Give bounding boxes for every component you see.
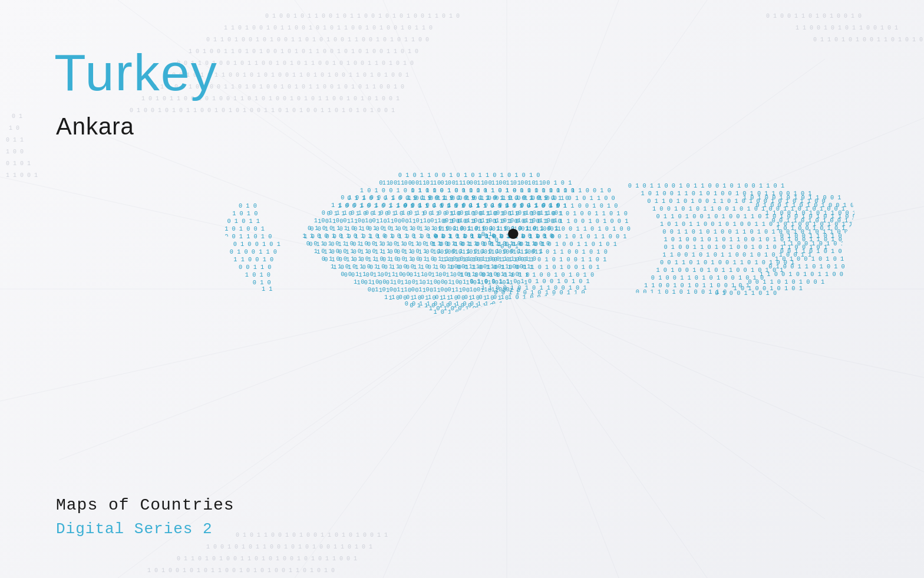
svg-text:1 0 1 0 0 1 0 1 0 1 1: 1 0 1 0 0 1 0 1 0 1 1: [429, 305, 506, 312]
svg-text:1 0: 1 0: [9, 125, 19, 132]
svg-text:0 0 1 1 0: 0 0 1 1 0: [239, 264, 272, 271]
svg-text:1 1 0 0 1 0: 1 1 0 0 1 0: [233, 256, 273, 263]
svg-text:1 1 0 0 1 0 1 0 1 1 0 0 1 0 1: 1 1 0 0 1 0 1 0 1 1 0 0 1 0 1: [796, 25, 898, 31]
svg-text:1 0 1 0 0 1 0 1 0 1 1 0 0 1: 1 0 1 0 0 1 0 1 0 1 1 0 0 1: [743, 194, 842, 201]
svg-text:0 1 0 0 1 1 0 1 0 1 0 0 1 0 1: 0 1 0 0 1 1 0 1 0 1 0 0 1 0 1: [756, 202, 861, 209]
svg-text:0 1 1 0 1 0 1 0 0 1 1 0 1 0 1 : 0 1 1 0 1 0 1 0 0 1 1 0 1 0 1 0: [813, 37, 923, 43]
svg-text:1 0 1 0 0 1 1 0 1 0 1 0 0 1 0 : 1 0 1 0 0 1 1 0 1 0 1 0 0 1 0 1 0 1 1 0 …: [189, 48, 418, 55]
page: 0 1 0 0 1 0 1 1 0 0 1 0 1 1 0 0 1 0 1 0 …: [0, 0, 924, 578]
svg-text:0 0 1 1: 0 0 1 1: [563, 303, 588, 310]
svg-text:0 1 1 0 1 0 1 0 0 1 1 0 1 0 1 : 0 1 1 0 1 0 1 0 0 1 1 0 1 0 1 0 0 1 0 1 …: [177, 556, 357, 562]
svg-text:1 1 0 0 1 0 1 0 1 1 0 0: 1 1 0 0 1 0 1 0 1 1 0 0: [760, 271, 843, 278]
country-title: Turkey: [54, 42, 218, 103]
svg-text:1 0 1 0 0 1 0 1: 1 0 1 0 0 1 0 1: [226, 241, 280, 248]
svg-text:0 1 0: 0 1 0: [239, 202, 257, 209]
svg-text:1 0: 1 0: [582, 304, 593, 311]
map-container: 0 1 1 0 0 0 1 0 1 0 1 0 0 1 1 0 1 0 1 0 …: [153, 124, 860, 431]
svg-text:0 0 1 1 0 1 0 1 0 0 1 1 0: 0 0 1 1 0 1 0 1 0 0 1 1 0: [636, 288, 727, 295]
svg-text:1 0 1 0 0 1 0 1 0 1 1 0 0 1: 1 0 1 0 0 1 0 1 0 1 1 0 0 1: [775, 255, 860, 262]
svg-text:1 0 0: 1 0 0: [6, 149, 24, 155]
svg-text:0 0 1 1 0 1 0 1 0 0 1 1 0 1 0: 0 0 1 1 0 1 0 1 0 0 1 1 0 1 0: [780, 248, 860, 255]
svg-text:1 1: 1 1: [262, 285, 273, 293]
svg-text:1 0 1 0: 1 0 1 0: [232, 210, 258, 217]
capital-subtitle: Ankara: [56, 113, 134, 140]
svg-text:0 0 1 1 0 1 0: 0 0 1 1 0 1 0: [225, 233, 272, 240]
series-name: Digital Series 2: [56, 520, 213, 538]
svg-text:1 0 0 1 0 1 0 1 1 0 0 1 0 1 0 : 1 0 0 1 0 1 0 1 1 0 0 1 0 1 0 1 0 0 1 1 …: [206, 544, 372, 550]
svg-text:1 0 1 0 0 1 0 1 0 1 1 0 0 1 0 : 1 0 1 0 0 1 0 1 0 1 1 0 0 1 0 1 0 1 0 0 …: [147, 567, 335, 574]
svg-text:0 1 0 0 1 1 0 1: 0 1 0 0 1 1 0 1: [524, 297, 579, 304]
svg-text:1 0 1 0: 1 0 1 0: [245, 271, 270, 278]
svg-text:1 1 0 0 1: 1 1 0 0 1: [6, 172, 38, 179]
svg-text:0 1 0 1 1 0 0 1 0 1 0 1 1 0 1 : 0 1 0 1 1 0 0 1 0 1 0 1 1 0 1 0 1 0 1 0: [398, 172, 540, 179]
svg-text:0 1 1 0 1 0 0 1 0 1 0 0 1 1 0 : 0 1 1 0 1 0 0 1 0 1 0 0 1 1 0 1 0 1 0 0 …: [206, 37, 429, 43]
svg-text:1 0 1 0 0 1 0 1 0 0 1 1 0 1 0 : 1 0 1 0 0 1 0 1 0 0 1 1 0 1 0 1 0 1 0 0 …: [382, 179, 546, 186]
svg-text:0 1 0 0 1 1 0 1 0: 0 1 0 0 1 1 0 1 0: [715, 290, 777, 297]
svg-text:0 1 0 0 1 1 0 1 0 1 0 0 1 0 1 : 0 1 0 0 1 1 0 1 0 1 0 0 1 0 1 0 1 1 0 0 …: [443, 218, 629, 225]
svg-text:1 1 0 0 1 0 1 0 1 1 0 0 1 0 1 : 1 1 0 0 1 0 1 0 1 1 0 0 1 0 1 0 1 0 0 1 …: [438, 225, 631, 232]
svg-text:1 1 0 0 1 0 1 0 1 1 0 0 1 0 1 : 1 1 0 0 1 0 1 0 1 1 0 0 1 0 1 0: [783, 240, 860, 247]
svg-text:0 1 0 1 1 0 0: 0 1 0 1 1 0 0: [459, 313, 506, 320]
svg-text:1 0 1 0 0 1 0 1 0 1 1 0 0 1 0 : 1 0 1 0 0 1 0 1 0 1 1 0 0 1 0 1 0 1 0 0 …: [450, 210, 628, 217]
svg-text:1 0 1 0 0 1 0 1 0 1 1 0 0 1 0 : 1 0 1 0 0 1 0 1 0 1 1 0 0 1 0 1 0 1 0 0 …: [431, 241, 617, 248]
svg-text:0 1 0 0 1 1 0 1 0 1 0 0 1 0: 0 1 0 0 1 1 0 1 0 1 0 0 1 0: [766, 13, 862, 19]
svg-text:1 0 1 0 1 1 0 0 1 0 1 0 0 1 1 : 1 0 1 0 1 1 0 0 1 0 1 0 0 1 1 0 1 0 1 0 …: [408, 195, 615, 202]
svg-text:0 0 1 1 0 1 0 1 0 0 1 1 0 1 0 : 0 0 1 1 0 1 0 1 0 0 1 1 0 1 0 1 0 0 1 0 …: [451, 264, 600, 271]
country-map: 0 1 1 0 0 0 1 0 1 0 1 0 0 1 1 0 1 0 1 0 …: [153, 124, 860, 431]
svg-text:1 0 1 0 0 1 0 1 0 1 1 0 0 1 0 : 1 0 1 0 0 1 0 1 0 1 1 0 0 1 0 1 0: [776, 225, 860, 232]
svg-text:0 1 1: 0 1 1: [6, 137, 24, 143]
svg-text:0 1 0 0 1 1 0: 0 1 0 0 1 1 0: [230, 248, 277, 255]
svg-text:0 1 0 0 1 0 1 0 1 1 0 0 1 0 1 : 0 1 0 0 1 0 1 0 1 1 0 0 1 0 1 0 1 0 0 1 …: [130, 107, 395, 114]
series-label: Maps of Countries: [56, 496, 235, 514]
svg-text:0 1 0 0 1 1 0 1 0 1 0 0 1: 0 1 0 0 1 1 0 1 0 1 0 0 1: [768, 263, 859, 270]
svg-text:1 0 1 0 0 1: 1 0 1 0 0 1: [225, 225, 265, 232]
svg-text:1 0 1 0 0 1 0 1 0 1 1: 1 0 1 0 0 1 0 1 0 1 1: [508, 294, 585, 301]
svg-text:0 1 0 0 1 0 1 1 0 0 1 0 1 1 0 : 0 1 0 0 1 0 1 1 0 0 1 0 1 1 0 0 1 0 1 0 …: [265, 13, 460, 19]
svg-text:1 1 0 1 0 0 1 0 1 1 0 0 1 0 1 : 1 1 0 1 0 0 1 0 1 1 0 0 1 0 1 0 1 1 0 0 …: [224, 25, 433, 31]
svg-text:0 1 0 1 1: 0 1 0 1 1: [227, 218, 260, 225]
svg-text:0 0 1 1 0 1 0 1 0 0 1 1 0 1 0 : 0 0 1 1 0 1 0 1 0 0 1 1 0 1 0 1: [772, 217, 860, 224]
svg-text:0 1 0 0 1 1 0 1 0 1 0 0 1 0 1 : 0 1 0 0 1 1 0 1 0 1 0 0 1 0 1 0: [651, 274, 764, 281]
svg-text:0 0 1 1 0 1 0 1 0 0 1 1 0 1 0 : 0 0 1 1 0 1 0 1 0 0 1 1 0 1 0 1 0 0 1 0 …: [404, 202, 618, 209]
svg-text:0 1 0 1: 0 1 0 1: [6, 160, 31, 167]
svg-text:1 1 0 0 1 0 1 0 1 1 0 0 1 0 1 : 1 1 0 0 1 0 1 0 1 1 0 0 1 0 1 0 1 0 0 1 …: [443, 256, 607, 263]
svg-text:1 1 0 0 1 0 1 0 1 1 0 0 1 0 1 : 1 1 0 0 1 0 1 0 1 1 0 0 1 0 1 0: [765, 209, 860, 216]
capital-dot: [508, 229, 518, 239]
svg-text:0 1 0 0 1 1 0 1 0 1 0 0 1 0 1 : 0 1 0 0 1 1 0 1 0 1 0 0 1 0 1 0 1: [780, 232, 860, 239]
svg-text:0 1 0 1 1 0 0 1 0 1 0 0 1 1 0 : 0 1 0 1 1 0 0 1 0 1 0 0 1 1 0 1 0 1 0 0 …: [236, 532, 388, 538]
svg-text:0 1 0 0 1 1 0 1 0 1 0 0 1 0 1 : 0 1 0 0 1 1 0 1 0 1 0 0 1 0 1 0 1 1 0 0 …: [437, 248, 608, 255]
svg-text:0 1 0 0 1 1 0: 0 1 0 0 1 1 0: [456, 310, 503, 317]
svg-text:0 1 1 0 0 1 0 1 0 0 1 1 0 1 0 : 0 1 1 0 0 1 0 1 0 0 1 1 0 1 0 1 0 0 1 0 …: [411, 187, 611, 194]
svg-text:0 1: 0 1: [12, 113, 22, 120]
svg-text:0 1 0 1 1 0 0 1 0 1 1 0 0 1 0 : 0 1 0 1 1 0 0 1 0 1 1 0 0 1 0 1 0 0 1 1 …: [628, 182, 784, 189]
svg-text:1 1 0 0 1 0: 1 1 0 0 1 0: [544, 301, 584, 308]
svg-text:0 0 1 1 0 1 0 1 0 0 1 1 0 1 0 : 0 0 1 1 0 1 0 1 0 0 1 1 0 1 0 1 0 0 1 0 …: [434, 233, 627, 240]
